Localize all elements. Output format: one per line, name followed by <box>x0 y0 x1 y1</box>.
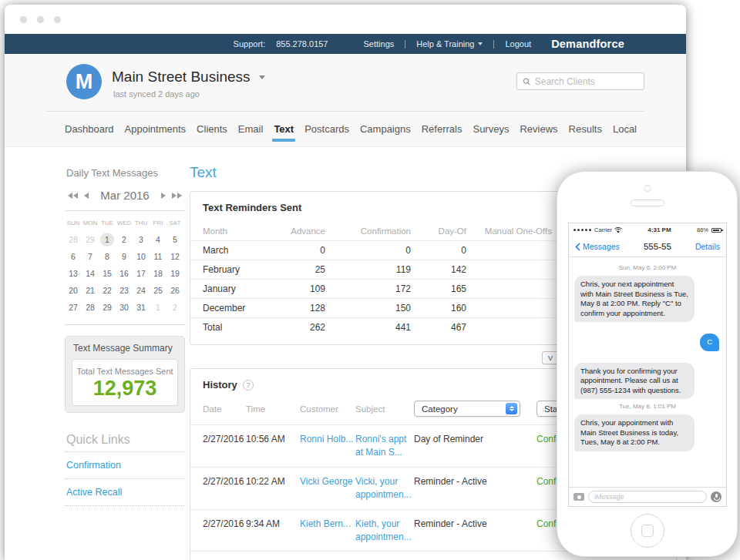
calendar-day[interactable]: 1 <box>99 231 116 248</box>
imessage-input[interactable] <box>588 491 707 503</box>
calendar-day[interactable]: 24 <box>133 282 150 299</box>
calendar-day[interactable]: 22 <box>99 282 116 299</box>
tab-postcards[interactable]: Postcards <box>304 123 349 135</box>
calendar-day[interactable]: 5 <box>166 231 183 248</box>
history-title: History <box>203 379 237 391</box>
window-control-icon[interactable] <box>37 16 44 23</box>
calendar-day[interactable]: 29 <box>82 231 99 248</box>
calendar-day[interactable]: 29 <box>99 299 116 316</box>
reminders-cell: December <box>190 303 280 314</box>
customer-link[interactable]: Vicki George <box>300 475 355 488</box>
tab-text[interactable]: Text <box>274 123 294 135</box>
reminders-cell: 25 <box>280 264 325 275</box>
subject-link[interactable]: Kieth, your appointmen... <box>355 518 414 545</box>
prev-month-icon[interactable] <box>84 193 89 199</box>
reminders-cell: 142 <box>411 264 466 275</box>
incoming-message-bubble: Chris, your appointment with Main Street… <box>574 414 695 451</box>
calendar-day[interactable]: 7 <box>82 248 99 265</box>
tab-results[interactable]: Results <box>569 123 602 135</box>
calendar-day[interactable]: 9 <box>116 248 133 265</box>
history-date: 2/27/2016 <box>203 475 246 488</box>
reminders-cell: 467 <box>411 322 466 333</box>
divider <box>65 210 185 211</box>
calendar-day[interactable]: 16 <box>116 265 133 282</box>
home-button[interactable] <box>631 514 664 548</box>
search-input[interactable] <box>535 76 638 87</box>
customer-link[interactable]: Kieth Bern... <box>300 518 355 531</box>
reminders-col-header: Month <box>190 226 280 236</box>
quick-link-active-recall[interactable]: Active Recall <box>65 478 185 506</box>
tab-campaigns[interactable]: Campaigns <box>360 123 411 135</box>
calendar-day[interactable]: 28 <box>65 231 82 248</box>
calendar-day[interactable]: 28 <box>82 299 99 316</box>
reminders-cell: 109 <box>280 283 325 294</box>
tab-appointments[interactable]: Appointments <box>125 123 187 135</box>
calendar-day[interactable]: 25 <box>150 282 166 299</box>
tab-surveys[interactable]: Surveys <box>473 123 509 135</box>
header: M Main Street Business last synced 2 day… <box>5 54 686 147</box>
customer-link[interactable]: Ronni Holb... <box>300 433 355 446</box>
calendar-day[interactable]: 3 <box>133 231 150 248</box>
calendar-day[interactable]: 2 <box>166 299 183 316</box>
reminders-cell: 172 <box>325 283 411 294</box>
history-category: Day of Reminder <box>414 433 536 446</box>
history-time: 10:56 AM <box>246 433 300 446</box>
business-name-dropdown[interactable]: Main Street Business <box>112 69 265 86</box>
history-category: Reminder - Active <box>414 518 536 531</box>
details-button[interactable]: Details <box>695 242 720 251</box>
calendar-day[interactable]: 20 <box>65 282 82 299</box>
window-control-icon[interactable] <box>54 16 61 23</box>
tab-dashboard[interactable]: Dashboard <box>65 123 114 135</box>
calendar-day[interactable]: 27 <box>65 299 82 316</box>
window-control-icon[interactable] <box>20 16 27 23</box>
calendar-day[interactable]: 15 <box>99 265 116 282</box>
calendar-day[interactable]: 4 <box>150 231 166 248</box>
calendar-day[interactable]: 26 <box>166 282 183 299</box>
calendar-day[interactable]: 1 <box>150 299 166 316</box>
next-year-icon[interactable] <box>172 193 182 199</box>
help-icon[interactable]: ? <box>243 380 254 391</box>
support-phone: 855.278.0157 <box>276 39 328 49</box>
calendar-day[interactable]: 23 <box>116 282 133 299</box>
calendar-day[interactable]: 11 <box>150 248 166 265</box>
outgoing-message-bubble: C <box>700 334 719 351</box>
calendar-day[interactable]: 14 <box>82 265 99 282</box>
calendar-day[interactable]: 6 <box>65 248 82 265</box>
help-training-link[interactable]: Help & Training <box>416 39 483 49</box>
subject-link[interactable]: Vicki, your appointmen... <box>355 475 414 502</box>
calendar-day[interactable]: 17 <box>133 265 150 282</box>
calendar-day[interactable]: 2 <box>116 231 133 248</box>
messages-nav-bar: Messages 555-55 Details <box>569 236 726 257</box>
history-col-header: Date <box>203 404 246 414</box>
reminders-cell: 165 <box>411 283 466 294</box>
prev-year-icon[interactable] <box>68 193 78 199</box>
subject-link[interactable]: Ronni's appt at Main S... <box>355 433 414 460</box>
calendar-day-header: THU <box>135 214 147 231</box>
last-synced-label: last synced 2 days ago <box>113 89 200 99</box>
calendar-day[interactable]: 18 <box>150 265 166 282</box>
quick-link-confirmation[interactable]: Confirmation <box>65 451 185 478</box>
tab-reviews[interactable]: Reviews <box>520 123 557 135</box>
calendar-day[interactable]: 10 <box>133 248 150 265</box>
calendar-day[interactable]: 21 <box>82 282 99 299</box>
tab-referrals[interactable]: Referrals <box>422 123 462 135</box>
settings-link[interactable]: Settings <box>364 39 395 49</box>
category-select[interactable]: Category <box>414 401 520 417</box>
calendar-day[interactable]: 31 <box>133 299 150 316</box>
calendar-day[interactable]: 30 <box>116 299 133 316</box>
calendar-day[interactable]: 8 <box>99 248 116 265</box>
calendar-day[interactable]: 12 <box>166 248 183 265</box>
microphone-icon[interactable] <box>711 491 722 502</box>
carrier-label: Carrier <box>594 226 612 233</box>
back-to-messages-button[interactable]: Messages <box>575 242 620 251</box>
tab-clients[interactable]: Clients <box>197 123 227 135</box>
camera-icon <box>644 185 651 192</box>
calendar-day[interactable]: 19 <box>166 265 183 282</box>
camera-button-icon[interactable] <box>574 493 584 501</box>
calendar-day[interactable]: 13 <box>65 265 82 282</box>
next-month-icon[interactable] <box>161 193 166 199</box>
logout-link[interactable]: Logout <box>505 39 531 49</box>
calendar-day-header: FRI <box>153 214 163 231</box>
tab-local[interactable]: Local <box>613 123 637 135</box>
tab-email[interactable]: Email <box>238 123 264 135</box>
